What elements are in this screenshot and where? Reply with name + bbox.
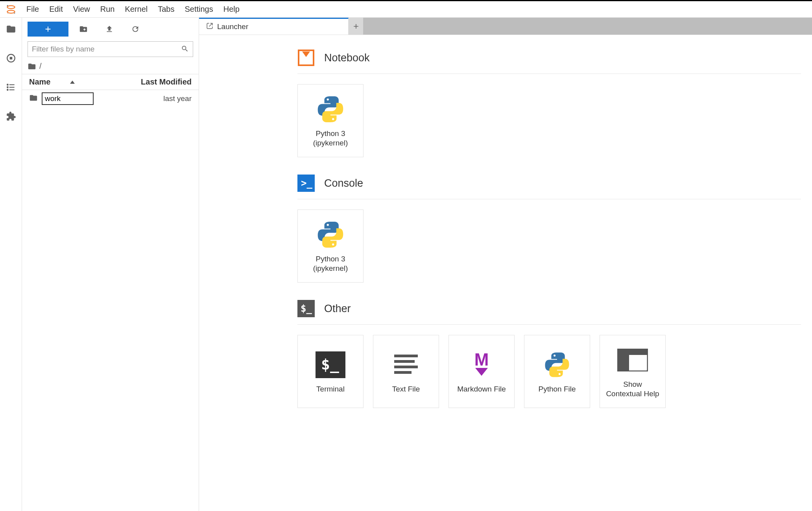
card-label: Markdown File <box>457 384 506 394</box>
svg-rect-30 <box>617 355 629 371</box>
menu-run[interactable]: Run <box>95 2 120 16</box>
svg-text:$_: $_ <box>301 303 312 314</box>
folder-icon <box>29 94 38 104</box>
rename-input[interactable] <box>42 92 94 105</box>
card-label: Python File <box>538 384 576 394</box>
filter-box <box>28 41 193 57</box>
card-label: ShowContextual Help <box>606 380 659 399</box>
card-notebook-python3[interactable]: Python 3(ipykernel) <box>297 84 364 157</box>
svg-rect-23 <box>394 355 418 357</box>
card-contextual-help[interactable]: ShowContextual Help <box>600 335 666 408</box>
add-tab-button[interactable] <box>349 18 364 35</box>
tabbar: Launcher <box>199 18 812 35</box>
launcher-tab-icon <box>206 22 213 31</box>
column-modified-header[interactable]: Last Modified <box>141 77 192 86</box>
breadcrumb-path: / <box>39 62 42 71</box>
svg-rect-24 <box>394 360 415 363</box>
new-folder-icon[interactable] <box>72 22 94 37</box>
svg-point-1 <box>7 10 15 13</box>
file-browser-tab-icon[interactable] <box>5 23 17 35</box>
text-file-icon <box>392 349 420 380</box>
card-label: Python 3(ipykernel) <box>313 129 348 148</box>
svg-point-13 <box>7 84 8 85</box>
card-label: Text File <box>392 384 420 394</box>
menu-kernel[interactable]: Kernel <box>120 2 153 16</box>
svg-text:M: M <box>474 351 489 369</box>
menu-help[interactable]: Help <box>218 2 245 16</box>
column-name-header[interactable]: Name <box>29 77 141 86</box>
card-markdown-file[interactable]: M Markdown File <box>448 335 515 408</box>
card-text-file[interactable]: Text File <box>373 335 439 408</box>
file-modified: last year <box>163 94 192 103</box>
svg-text:>_: >_ <box>301 178 312 189</box>
markdown-icon: M <box>467 349 496 380</box>
svg-point-2 <box>7 5 8 6</box>
svg-rect-6 <box>9 57 12 60</box>
svg-point-14 <box>7 87 8 88</box>
menu-file[interactable]: File <box>21 2 44 16</box>
menubar: File Edit View Run Kernel Tabs Settings … <box>0 1 812 18</box>
toc-tab-icon[interactable] <box>5 81 17 93</box>
svg-point-4 <box>7 13 8 13</box>
upload-icon[interactable] <box>98 22 120 37</box>
contextual-help-icon <box>617 344 648 376</box>
tab-launcher[interactable]: Launcher <box>199 18 349 35</box>
svg-point-3 <box>14 12 15 13</box>
search-icon <box>181 45 189 54</box>
svg-rect-29 <box>617 349 648 355</box>
other-section-icon: $_ <box>297 300 315 317</box>
card-terminal[interactable]: $_ Terminal <box>297 335 364 408</box>
section-title: Console <box>324 177 363 189</box>
section-title: Other <box>324 303 351 315</box>
jupyter-logo-icon <box>6 4 17 15</box>
menu-settings[interactable]: Settings <box>179 2 218 16</box>
python-icon <box>316 94 345 125</box>
sort-ascending-icon <box>70 81 75 84</box>
notebook-section-icon <box>297 49 315 66</box>
new-launcher-button[interactable] <box>28 22 68 37</box>
file-row[interactable]: last year <box>22 90 199 107</box>
svg-point-0 <box>7 6 15 8</box>
extensions-tab-icon[interactable] <box>5 110 17 122</box>
python-icon <box>543 349 571 380</box>
python-icon <box>316 219 345 250</box>
card-console-python3[interactable]: Python 3(ipykernel) <box>297 210 364 283</box>
svg-point-15 <box>7 89 8 90</box>
svg-rect-26 <box>394 371 412 374</box>
tab-label: Launcher <box>217 22 248 31</box>
section-title: Notebook <box>324 52 370 64</box>
refresh-icon[interactable] <box>124 22 146 37</box>
file-browser-sidebar: / Name Last Modified last year <box>22 18 199 511</box>
filter-input[interactable] <box>32 45 181 53</box>
svg-text:$_: $_ <box>321 356 339 373</box>
console-section-icon: >_ <box>297 175 315 192</box>
svg-rect-25 <box>394 366 418 368</box>
terminal-icon: $_ <box>316 349 345 380</box>
activity-bar <box>0 18 22 511</box>
breadcrumb[interactable]: / <box>22 61 199 74</box>
card-python-file[interactable]: Python File <box>524 335 590 408</box>
card-label: Terminal <box>316 384 345 394</box>
menu-edit[interactable]: Edit <box>44 2 68 16</box>
running-tab-icon[interactable] <box>5 52 17 64</box>
launcher-body: Notebook Python 3(ipykernel) <box>199 35 812 511</box>
menu-view[interactable]: View <box>68 2 95 16</box>
menu-tabs[interactable]: Tabs <box>153 2 179 16</box>
card-label: Python 3(ipykernel) <box>313 254 348 273</box>
